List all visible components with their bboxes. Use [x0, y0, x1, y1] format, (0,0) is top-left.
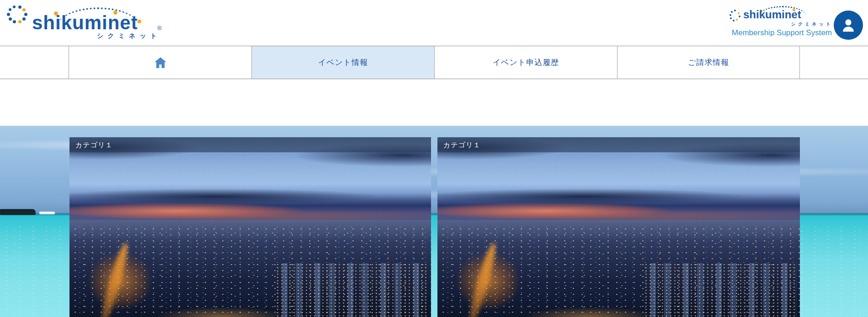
user-icon	[840, 16, 857, 34]
main-nav: イベント情報 イベント申込履歴 ご請求情報	[0, 46, 868, 79]
logo-accent-dot-icon	[138, 20, 141, 23]
background-rock	[0, 209, 36, 215]
tab-label: ご請求情報	[688, 57, 729, 68]
brand-logo-small: shikuminet シクミネット	[730, 5, 835, 29]
home-icon	[154, 57, 167, 69]
event-photo	[69, 137, 431, 317]
system-tagline: Membership Support System	[724, 28, 832, 38]
event-photo	[437, 137, 800, 317]
brand-wordmark: shikuminet	[32, 12, 138, 34]
header: shikuminet ® シクミネット shikuminet シクミネット Me…	[0, 0, 868, 46]
tab-event-info[interactable]: イベント情報	[251, 46, 434, 79]
tab-label: イベント申込履歴	[493, 57, 559, 68]
category-badge: カテゴリ１	[437, 137, 800, 152]
tab-home[interactable]	[69, 46, 251, 79]
app-window: shikuminet ® シクミネット shikuminet シクミネット Me…	[0, 0, 868, 317]
tab-event-application-history[interactable]: イベント申込履歴	[434, 46, 617, 79]
background-wave	[39, 212, 55, 214]
user-avatar[interactable]	[834, 11, 863, 40]
registered-mark: ®	[157, 25, 162, 32]
brand-wordmark: shikuminet	[743, 8, 801, 21]
brand-katakana: シクミネット	[97, 32, 161, 40]
category-badge: カテゴリ１	[69, 137, 431, 152]
event-card[interactable]: カテゴリ１	[69, 137, 431, 317]
content-area: カテゴリ１ カテゴリ１	[0, 126, 868, 317]
filter-bar: イベント種別 全ての開催場所 全ての日程	[0, 79, 868, 126]
brand-katakana: シクミネット	[791, 21, 833, 27]
tab-billing-info[interactable]: ご請求情報	[617, 46, 800, 79]
brand-logo[interactable]: shikuminet ® シクミネット	[6, 5, 176, 42]
tab-label: イベント情報	[318, 57, 368, 68]
event-card[interactable]: カテゴリ１	[437, 137, 800, 317]
